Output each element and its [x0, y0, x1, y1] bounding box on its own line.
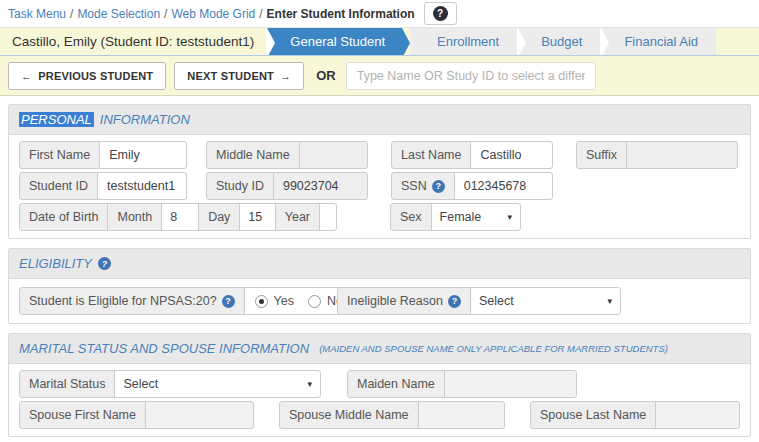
right-arrow-icon: → [280, 70, 291, 82]
dob-month-input[interactable] [161, 203, 199, 231]
ineligible-reason-label: Ineligible Reason ? [337, 287, 471, 315]
eligibility-body: Student is Eligible for NPSAS:20? ? Yes … [9, 279, 750, 323]
breadcrumb-current: Enter Student Information [267, 7, 415, 21]
ssn-input[interactable] [454, 172, 553, 200]
ssn-help-icon[interactable]: ? [432, 180, 445, 193]
first-name-label: First Name [19, 141, 100, 169]
marital-status-body: Marital Status Select ▾ Maiden Name Spou… [9, 364, 750, 436]
tab-budget[interactable]: Budget [517, 28, 600, 55]
ineligible-reason-group: Ineligible Reason ? Select ▾ [337, 287, 621, 315]
spouse-middle-name-group: Spouse Middle Name [279, 401, 505, 429]
help-icon: ? [433, 6, 448, 21]
suffix-label: Suffix [576, 141, 627, 169]
sex-label: Sex [390, 203, 432, 231]
marital-status-panel: MARITAL STATUS AND SPOUSE INFORMATION (M… [8, 333, 751, 437]
breadcrumb-link-task-menu[interactable]: Task Menu [8, 7, 66, 21]
or-label: OR [316, 68, 336, 83]
ssn-group: SSN ? [391, 172, 553, 200]
ssn-label: SSN ? [391, 172, 455, 200]
tab-label: Financial Aid [624, 34, 698, 49]
suffix-group: Suffix [576, 141, 738, 169]
ineligible-selected-value: Select [479, 294, 514, 308]
dob-year-label: Year [275, 203, 320, 231]
spouse-first-name-label: Spouse First Name [19, 401, 146, 429]
eligibility-panel: ELIGIBILITY ? Student is Eligible for NP… [8, 248, 751, 324]
section-title: ELIGIBILITY [19, 256, 92, 271]
chevron-separator-icon [600, 27, 609, 56]
middle-name-input[interactable] [299, 141, 368, 169]
next-student-button[interactable]: NEXT STUDENT → [174, 62, 304, 90]
sex-select[interactable]: Female ▾ [431, 203, 521, 231]
middle-name-group: Middle Name [206, 141, 368, 169]
study-id-label: Study ID [206, 172, 274, 200]
eligible-question-label: Student is Eligible for NPSAS:20? ? [19, 287, 245, 315]
student-banner: Castillo, Emily (Student ID: teststudent… [0, 27, 759, 56]
study-id-group: Study ID [206, 172, 368, 200]
tab-general-student[interactable]: General Student [266, 28, 401, 55]
marital-status-select[interactable]: Select ▾ [114, 370, 321, 398]
maiden-name-label: Maiden Name [347, 370, 445, 398]
student-search-input[interactable] [346, 62, 596, 90]
first-name-group: First Name [19, 141, 187, 169]
last-name-input[interactable] [470, 141, 553, 169]
breadcrumb: Task Menu / Mode Selection / Web Mode Gr… [0, 0, 759, 27]
ineligible-help-icon[interactable]: ? [448, 295, 461, 308]
caret-down-icon: ▾ [607, 296, 612, 306]
arrow-point-icon [401, 27, 410, 56]
first-name-input[interactable] [99, 141, 187, 169]
student-name-label: Castillo, Emily (Student ID: teststudent… [0, 28, 266, 55]
date-of-birth-label: Date of Birth [19, 203, 108, 231]
spouse-last-name-group: Spouse Last Name [530, 401, 740, 429]
ineligible-reason-text: Ineligible Reason [347, 294, 443, 308]
page-help-button[interactable]: ? [424, 2, 457, 25]
spouse-last-name-input[interactable] [655, 401, 740, 429]
tab-financial-aid[interactable]: Financial Aid [600, 28, 716, 55]
section-note: (MAIDEN AND SPOUSE NAME ONLY APPLICABLE … [319, 343, 668, 354]
student-id-input[interactable] [97, 172, 187, 200]
section-title: INFORMATION [100, 112, 190, 127]
caret-down-icon: ▾ [507, 212, 512, 222]
previous-student-label: PREVIOUS STUDENT [38, 70, 153, 82]
spouse-first-name-input[interactable] [145, 401, 254, 429]
last-name-group: Last Name [391, 141, 553, 169]
study-id-input[interactable] [273, 172, 368, 200]
spouse-last-name-label: Spouse Last Name [530, 401, 656, 429]
eligible-question-text: Student is Eligible for NPSAS:20? [29, 294, 217, 308]
marital-status-selected-value: Select [123, 377, 158, 391]
dob-day-label: Day [198, 203, 240, 231]
personal-information-header: PERSONAL INFORMATION [9, 105, 750, 135]
breadcrumb-separator: / [164, 7, 167, 21]
eligible-yes-radio[interactable] [255, 295, 268, 308]
ineligible-reason-select[interactable]: Select ▾ [470, 287, 621, 315]
tab-enrollment[interactable]: Enrollment [410, 28, 517, 55]
spouse-middle-name-input[interactable] [418, 401, 505, 429]
eligible-yes-label[interactable]: Yes [274, 294, 294, 308]
middle-name-label: Middle Name [206, 141, 300, 169]
tab-label: Enrollment [437, 34, 499, 49]
suffix-input[interactable] [626, 141, 738, 169]
eligibility-help-icon[interactable]: ? [98, 257, 111, 270]
dob-year-input[interactable] [319, 203, 337, 231]
maiden-name-input[interactable] [444, 370, 577, 398]
dob-day-input[interactable] [239, 203, 275, 231]
student-id-group: Student ID [19, 172, 187, 200]
eligible-no-radio[interactable] [308, 295, 321, 308]
student-nav-bar: ← PREVIOUS STUDENT NEXT STUDENT → OR [0, 56, 759, 96]
chevron-separator-icon [266, 27, 275, 56]
previous-student-button[interactable]: ← PREVIOUS STUDENT [8, 62, 166, 90]
dob-month-label: Month [107, 203, 162, 231]
eligible-help-icon[interactable]: ? [222, 295, 235, 308]
tab-label: Budget [541, 34, 582, 49]
breadcrumb-link-web-mode-grid[interactable]: Web Mode Grid [171, 7, 255, 21]
chevron-separator-icon [517, 27, 526, 56]
banner-filler [716, 28, 759, 55]
maiden-name-group: Maiden Name [347, 370, 577, 398]
breadcrumb-link-mode-selection[interactable]: Mode Selection [77, 7, 160, 21]
marital-status-label: Marital Status [19, 370, 115, 398]
section-title-highlight: PERSONAL [19, 112, 94, 127]
section-title: MARITAL STATUS AND SPOUSE INFORMATION [19, 341, 309, 356]
next-student-label: NEXT STUDENT [187, 70, 274, 82]
ssn-label-text: SSN [401, 179, 427, 193]
sex-group: Sex Female ▾ [390, 203, 521, 231]
date-of-birth-group: Date of Birth Month Day Year [19, 203, 337, 231]
